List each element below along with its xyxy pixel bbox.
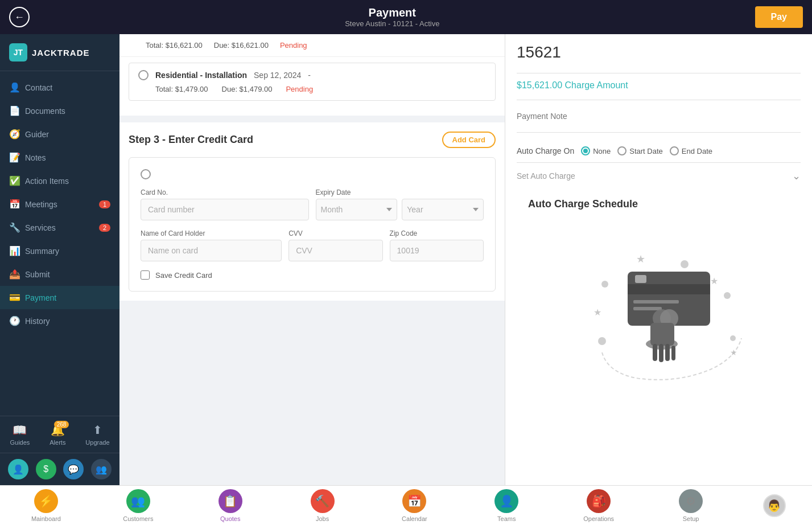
sidebar-label-summary: Summary — [25, 247, 59, 256]
svg-point-1 — [681, 260, 689, 268]
sidebar-item-payment[interactable]: 💳 Payment — [0, 286, 119, 309]
mainboard-icon: ⚡ — [34, 489, 58, 513]
invoice-item: Residential - Installation Sep 12, 2024 … — [129, 63, 496, 101]
summary-icon: 📊 — [9, 245, 19, 256]
back-button[interactable]: ← — [9, 7, 30, 27]
sidebar-label-action-items: Action Items — [25, 177, 69, 186]
sidebar-item-documents[interactable]: 📄 Documents — [0, 99, 119, 122]
card-number-group: Card No. — [141, 188, 309, 220]
sidebar-label-guider: Guider — [25, 130, 49, 139]
chevron-down-icon: ⌄ — [792, 170, 801, 182]
invoice-status: Pending — [286, 85, 313, 93]
auto-charge-start[interactable]: Start Date — [617, 146, 663, 155]
form-card-radio[interactable] — [141, 169, 151, 179]
expiry-group: Expiry Date Month 010203 040506 070809 1… — [316, 188, 484, 220]
calendar-icon: 📅 — [402, 489, 426, 513]
sidebar-item-action-items[interactable]: ✅ Action Items — [0, 169, 119, 192]
nav-setup[interactable]: ⚙ Setup — [671, 489, 711, 522]
upgrade-button[interactable]: ⬆ Upgrade — [85, 423, 109, 446]
content-area: Total: $16,621.00 Due: $16,621.00 Pendin… — [119, 34, 812, 485]
sidebar-item-summary[interactable]: 📊 Summary — [0, 239, 119, 262]
sidebar-bottom: 📖 Guides 🔔 268 Alerts ⬆ Upgrade — [0, 416, 119, 453]
auto-charge-end[interactable]: End Date — [670, 146, 712, 155]
sidebar-item-contact[interactable]: 👤 Contact — [0, 76, 119, 99]
invoice-dash: - — [308, 71, 311, 80]
guides-icon: 📖 — [13, 423, 27, 437]
contact-icon: 👤 — [9, 82, 19, 93]
svg-rect-11 — [633, 300, 679, 303]
svg-text:★: ★ — [593, 307, 601, 317]
sidebar-item-notes[interactable]: 📝 Notes — [0, 146, 119, 169]
teams-icon: 👤 — [494, 489, 518, 513]
meetings-icon: 📅 — [9, 199, 19, 210]
svg-text:★: ★ — [636, 253, 645, 265]
payment-note-input[interactable] — [517, 107, 801, 125]
pay-button[interactable]: Pay — [755, 6, 803, 28]
svg-rect-19 — [659, 344, 663, 362]
sidebar-item-services[interactable]: 🔧 Services 2 — [0, 216, 119, 239]
history-icon: 🕐 — [9, 315, 19, 326]
nav-mainboard[interactable]: ⚡ Mainboard — [26, 489, 66, 522]
invoice-total: Total: $1,479.00 — [155, 85, 208, 93]
month-select[interactable]: Month 010203 040506 070809 101112 — [316, 199, 398, 220]
radio-start-dot — [617, 146, 626, 155]
nav-setup-label: Setup — [683, 515, 699, 522]
user-avatar[interactable]: 👨 — [763, 494, 786, 517]
nav-teams[interactable]: 👤 Teams — [487, 489, 526, 522]
add-card-button[interactable]: Add Card — [442, 132, 496, 148]
sidebar-logo: JT JACKTRADE — [0, 34, 119, 71]
user-icon-3[interactable]: 💬 — [63, 459, 84, 479]
auto-charge-label: Auto Charge On — [517, 146, 574, 155]
sidebar-item-meetings[interactable]: 📅 Meetings 1 — [0, 192, 119, 216]
svg-point-3 — [724, 292, 731, 299]
sidebar-item-history[interactable]: 🕐 History — [0, 309, 119, 333]
credit-card-form: Card No. Expiry Date Month 010203 040506 — [129, 157, 496, 292]
nav-jobs[interactable]: 🔨 Jobs — [303, 489, 343, 522]
radio-none-label: None — [593, 147, 611, 155]
holder-input[interactable] — [141, 240, 282, 261]
guides-label: Guides — [10, 439, 30, 446]
zip-input[interactable] — [390, 240, 484, 261]
nav-customers[interactable]: 👥 Customers — [118, 489, 158, 522]
year-select[interactable]: Year 202420252026 2027202820292030 — [402, 199, 484, 220]
main-layout: JT JACKTRADE 👤 Contact 📄 Documents 🧭 Gui… — [0, 34, 812, 485]
rp-charge-amount[interactable]: $15,621.00 Charge Amount — [517, 80, 801, 91]
services-badge: 2 — [99, 224, 110, 232]
svg-point-2 — [598, 337, 606, 345]
card-illustration: ★ ★ ★ ★ — [528, 222, 801, 392]
nav-jobs-label: Jobs — [316, 515, 329, 522]
invoice-date: Sep 12, 2024 — [254, 71, 301, 80]
rp-account-number: 15621 — [517, 34, 801, 66]
guider-icon: 🧭 — [9, 129, 19, 140]
payment-icon: 💳 — [9, 292, 19, 303]
user-icon-4[interactable]: 👥 — [91, 459, 112, 479]
set-auto-charge-row[interactable]: Set Auto Charge ⌄ — [517, 162, 801, 189]
nav-quotes[interactable]: 📋 Quotes — [211, 489, 250, 522]
cvv-label: CVV — [288, 229, 382, 237]
nav-operations[interactable]: 🎒 Operations — [579, 489, 619, 522]
page-subtitle: Steve Austin - 10121 - Active — [345, 19, 439, 28]
nav-calendar[interactable]: 📅 Calendar — [394, 489, 434, 522]
svg-point-4 — [730, 335, 736, 341]
user-icon-2[interactable]: $ — [36, 459, 56, 479]
sidebar-label-services: Services — [25, 223, 56, 232]
auto-charge-row: Auto Charge On None Start Date End Date — [517, 140, 801, 162]
auto-charge-none[interactable]: None — [581, 146, 611, 155]
alerts-label: Alerts — [50, 439, 65, 446]
user-icon-1[interactable]: 👤 — [8, 459, 28, 479]
nav-customers-label: Customers — [123, 515, 153, 522]
step3-header: Step 3 - Enter Credit Card Add Card — [129, 132, 496, 148]
cvv-input[interactable] — [288, 240, 382, 261]
guides-button[interactable]: 📖 Guides — [10, 423, 30, 446]
invoice-radio[interactable] — [138, 70, 149, 80]
sidebar-item-guider[interactable]: 🧭 Guider — [0, 122, 119, 146]
nav-operations-label: Operations — [583, 515, 614, 522]
jobs-icon: 🔨 — [311, 489, 335, 513]
save-card-checkbox[interactable] — [141, 270, 150, 280]
sidebar-item-submit[interactable]: 📤 Submit — [0, 262, 119, 286]
card-no-label: Card No. — [141, 188, 309, 196]
card-number-input[interactable] — [141, 199, 309, 220]
cvv-group: CVV — [288, 229, 382, 261]
svg-point-0 — [601, 281, 608, 288]
alerts-button[interactable]: 🔔 268 Alerts — [50, 423, 65, 446]
